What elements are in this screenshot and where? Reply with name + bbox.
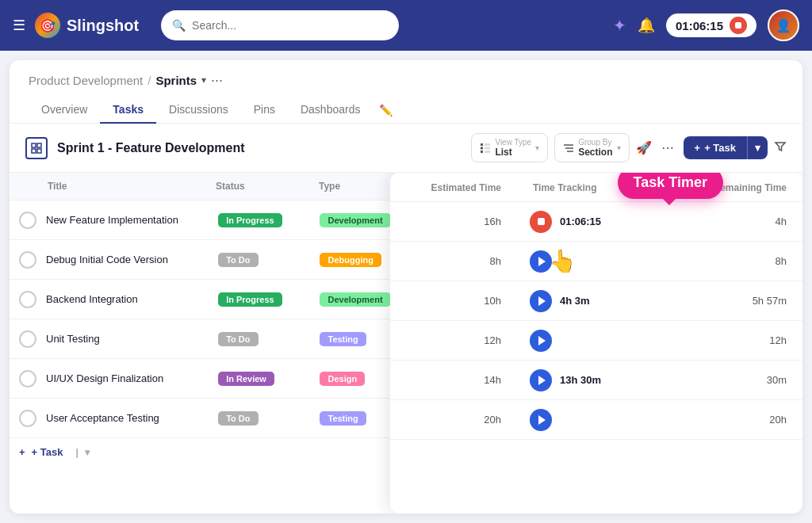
play-icon-2 bbox=[538, 257, 546, 266]
status-badge-1[interactable]: In Progress bbox=[218, 213, 282, 227]
bell-icon[interactable]: 🔔 bbox=[638, 17, 655, 34]
edit-icon[interactable]: ✏️ bbox=[379, 104, 393, 116]
task-timer-callout: Task Timer bbox=[618, 173, 723, 199]
task-name-1[interactable]: New Feature Implementation bbox=[46, 214, 218, 226]
sprint-toolbar: View Type List ▾ Group By Section ▾ 🚀 ⋯ bbox=[471, 133, 787, 162]
play-button-6[interactable] bbox=[530, 409, 552, 431]
task-status-1: In Progress bbox=[218, 212, 320, 227]
svg-rect-3 bbox=[37, 149, 41, 153]
time-remaining-5: 30m bbox=[676, 374, 802, 386]
time-row-2: 8h 8h bbox=[390, 242, 802, 281]
task-status-4: To Do bbox=[218, 331, 320, 346]
play-button-5[interactable] bbox=[530, 369, 552, 391]
task-row: Debug Initial Code Version To Do Debuggi… bbox=[10, 240, 410, 280]
status-badge-3[interactable]: In Progress bbox=[218, 292, 282, 307]
view-type-button[interactable]: View Type List ▾ bbox=[471, 133, 548, 162]
rocket-icon[interactable]: 🚀 bbox=[636, 140, 652, 155]
timer-value: 01:06:15 bbox=[676, 19, 723, 32]
svg-rect-4 bbox=[481, 143, 483, 146]
col-header-estimated: Estimated Time bbox=[390, 182, 517, 193]
play-button-2[interactable] bbox=[530, 250, 552, 273]
search-input[interactable] bbox=[192, 19, 388, 32]
time-remaining-2: 8h bbox=[676, 255, 802, 267]
table-wrapper: Title Status Type New Feature Implementa… bbox=[10, 173, 802, 513]
play-button-3[interactable] bbox=[530, 290, 552, 312]
type-badge-4[interactable]: Testing bbox=[320, 332, 366, 346]
sprint-panel: Sprint 1 - Feature Development View Type… bbox=[10, 124, 802, 513]
timer-badge[interactable]: 01:06:15 bbox=[666, 13, 756, 37]
topnav-right-section: ✦ 🔔 01:06:15 👤 bbox=[613, 10, 799, 41]
status-badge-4[interactable]: To Do bbox=[218, 332, 258, 346]
breadcrumb-current: Sprints bbox=[155, 74, 197, 87]
task-name-5[interactable]: UI/UX Design Finalization bbox=[46, 372, 218, 384]
add-task-main[interactable]: + + Task bbox=[684, 136, 747, 159]
group-by-label: Group By bbox=[578, 138, 612, 147]
timer-stop-button[interactable] bbox=[730, 17, 747, 34]
type-badge-5[interactable]: Design bbox=[320, 372, 365, 386]
time-panel-header: Estimated Time Time Tracking Remaining T… bbox=[390, 173, 802, 202]
time-estimated-1: 16h bbox=[390, 216, 517, 227]
breadcrumb: Product Development / Sprints ▾ ⋯ bbox=[29, 73, 783, 87]
svg-rect-6 bbox=[481, 151, 483, 153]
task-checkbox-4[interactable] bbox=[19, 330, 36, 348]
breadcrumb-parent: Product Development bbox=[29, 74, 143, 87]
status-badge-6[interactable]: To Do bbox=[218, 411, 258, 426]
stop-button-1[interactable] bbox=[530, 211, 552, 233]
filter-icon[interactable] bbox=[774, 140, 787, 156]
task-checkbox-3[interactable] bbox=[19, 291, 36, 308]
stop-icon bbox=[735, 22, 741, 29]
time-estimated-4: 12h bbox=[390, 334, 517, 346]
sparkle-icon[interactable]: ✦ bbox=[613, 16, 626, 35]
play-button-4[interactable] bbox=[530, 330, 552, 352]
add-task-row-label: + Task bbox=[32, 446, 63, 458]
task-name-3[interactable]: Backend Integration bbox=[46, 293, 218, 305]
sprint-header: Sprint 1 - Feature Development View Type… bbox=[10, 124, 802, 173]
time-estimated-2: 8h bbox=[390, 255, 517, 267]
add-task-chevron[interactable]: ▾ bbox=[747, 136, 768, 159]
task-checkbox-6[interactable] bbox=[19, 410, 36, 427]
time-estimated-6: 20h bbox=[390, 414, 517, 426]
svg-rect-7 bbox=[485, 143, 490, 146]
group-by-button[interactable]: Group By Section ▾ bbox=[554, 133, 629, 162]
task-status-5: In Review bbox=[218, 371, 320, 386]
stop-icon-1 bbox=[538, 218, 545, 225]
add-task-row[interactable]: + + Task | ▾ bbox=[10, 438, 410, 466]
tab-discussions[interactable]: Discussions bbox=[156, 97, 241, 124]
time-tracking-cell-4 bbox=[517, 330, 676, 352]
more-options-icon[interactable]: ⋯ bbox=[658, 140, 677, 155]
play-icon-6 bbox=[538, 415, 546, 425]
add-task-label: + Task bbox=[704, 142, 736, 154]
status-badge-2[interactable]: To Do bbox=[218, 253, 258, 267]
type-badge-3[interactable]: Development bbox=[320, 292, 390, 307]
avatar[interactable]: 👤 bbox=[768, 10, 799, 41]
hamburger-menu-icon[interactable]: ☰ bbox=[13, 17, 25, 34]
add-task-button[interactable]: + + Task ▾ bbox=[684, 136, 768, 159]
type-badge-1[interactable]: Development bbox=[320, 213, 390, 227]
task-name-4[interactable]: Unit Testing bbox=[46, 333, 218, 345]
task-checkbox-2[interactable] bbox=[19, 251, 36, 269]
top-navigation: ☰ 🎯 Slingshot 🔍 ✦ 🔔 01:06:15 👤 bbox=[0, 0, 812, 51]
breadcrumb-dropdown-icon[interactable]: ▾ bbox=[201, 74, 206, 86]
task-name-2[interactable]: Debug Initial Code Version bbox=[46, 254, 218, 265]
add-task-row-icon: + bbox=[19, 446, 25, 458]
task-name-6[interactable]: User Acceptance Testing bbox=[46, 412, 218, 424]
time-row-3: 10h 4h 3m 5h 57m bbox=[390, 281, 802, 321]
search-bar[interactable]: 🔍 bbox=[161, 10, 399, 40]
tab-overview[interactable]: Overview bbox=[29, 97, 100, 124]
sprint-title: Sprint 1 - Feature Development bbox=[57, 141, 245, 155]
add-task-row-separator: ▾ bbox=[85, 447, 90, 458]
task-row: UI/UX Design Finalization In Review Desi… bbox=[10, 359, 410, 399]
time-row-5: 14h 13h 30m 30m bbox=[390, 361, 802, 400]
svg-rect-5 bbox=[481, 147, 483, 149]
breadcrumb-more-options[interactable]: ⋯ bbox=[211, 73, 223, 87]
tab-pins[interactable]: Pins bbox=[241, 97, 288, 124]
type-badge-2[interactable]: Debugging bbox=[320, 253, 381, 267]
tab-dashboards[interactable]: Dashboards bbox=[288, 97, 373, 124]
tab-tasks[interactable]: Tasks bbox=[100, 97, 156, 124]
type-badge-6[interactable]: Testing bbox=[320, 411, 366, 426]
task-checkbox-5[interactable] bbox=[19, 370, 36, 387]
task-checkbox-1[interactable] bbox=[19, 212, 36, 229]
svg-rect-0 bbox=[32, 143, 36, 147]
status-badge-5[interactable]: In Review bbox=[218, 372, 274, 386]
task-row: Backend Integration In Progress Developm… bbox=[10, 280, 410, 319]
